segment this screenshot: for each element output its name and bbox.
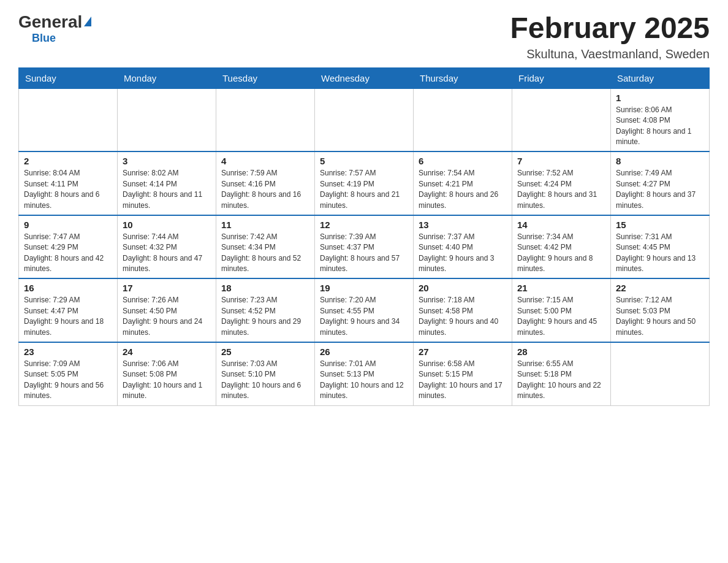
day-info: Sunrise: 7:18 AMSunset: 4:58 PMDaylight:… [419, 295, 507, 338]
day-info: Sunrise: 7:54 AMSunset: 4:21 PMDaylight:… [419, 168, 507, 211]
week-row-4: 16Sunrise: 7:29 AMSunset: 4:47 PMDayligh… [19, 278, 710, 342]
calendar-cell: 8Sunrise: 7:49 AMSunset: 4:27 PMDaylight… [611, 151, 710, 215]
weekday-header-saturday: Saturday [611, 67, 710, 88]
day-info: Sunrise: 8:02 AMSunset: 4:14 PMDaylight:… [123, 168, 211, 211]
day-info: Sunrise: 7:52 AMSunset: 4:24 PMDaylight:… [517, 168, 605, 211]
day-number: 12 [320, 220, 408, 230]
weekday-header-sunday: Sunday [19, 67, 118, 88]
day-info: Sunrise: 7:01 AMSunset: 5:13 PMDaylight:… [320, 359, 408, 402]
day-info: Sunrise: 8:04 AMSunset: 4:11 PMDaylight:… [24, 168, 112, 211]
calendar-cell: 12Sunrise: 7:39 AMSunset: 4:37 PMDayligh… [315, 215, 414, 279]
day-number: 6 [419, 156, 507, 166]
calendar-cell: 18Sunrise: 7:23 AMSunset: 4:52 PMDayligh… [216, 278, 315, 342]
calendar-cell: 14Sunrise: 7:34 AMSunset: 4:42 PMDayligh… [512, 215, 611, 279]
day-info: Sunrise: 7:15 AMSunset: 5:00 PMDaylight:… [517, 295, 605, 338]
day-number: 19 [320, 283, 408, 293]
day-number: 22 [616, 283, 704, 293]
calendar-cell: 22Sunrise: 7:12 AMSunset: 5:03 PMDayligh… [611, 278, 710, 342]
calendar-cell [414, 88, 512, 151]
day-number: 4 [221, 156, 309, 166]
week-row-2: 2Sunrise: 8:04 AMSunset: 4:11 PMDaylight… [19, 151, 710, 215]
day-info: Sunrise: 6:55 AMSunset: 5:18 PMDaylight:… [517, 359, 605, 402]
calendar-cell: 6Sunrise: 7:54 AMSunset: 4:21 PMDaylight… [414, 151, 512, 215]
calendar-cell: 16Sunrise: 7:29 AMSunset: 4:47 PMDayligh… [19, 278, 118, 342]
weekday-header-friday: Friday [512, 67, 611, 88]
day-info: Sunrise: 7:29 AMSunset: 4:47 PMDaylight:… [24, 295, 112, 338]
day-number: 5 [320, 156, 408, 166]
calendar-cell [19, 88, 118, 151]
day-number: 25 [221, 347, 309, 357]
day-info: Sunrise: 7:34 AMSunset: 4:42 PMDaylight:… [517, 232, 605, 275]
day-info: Sunrise: 7:09 AMSunset: 5:05 PMDaylight:… [24, 359, 112, 402]
day-number: 24 [123, 347, 211, 357]
weekday-header-wednesday: Wednesday [315, 67, 414, 88]
day-number: 11 [221, 220, 309, 230]
day-info: Sunrise: 7:59 AMSunset: 4:16 PMDaylight:… [221, 168, 309, 211]
day-info: Sunrise: 7:57 AMSunset: 4:19 PMDaylight:… [320, 168, 408, 211]
calendar-cell: 20Sunrise: 7:18 AMSunset: 4:58 PMDayligh… [414, 278, 512, 342]
calendar-cell: 2Sunrise: 8:04 AMSunset: 4:11 PMDaylight… [19, 151, 118, 215]
calendar-cell: 9Sunrise: 7:47 AMSunset: 4:29 PMDaylight… [19, 215, 118, 279]
calendar-cell: 4Sunrise: 7:59 AMSunset: 4:16 PMDaylight… [216, 151, 315, 215]
calendar-cell: 13Sunrise: 7:37 AMSunset: 4:40 PMDayligh… [414, 215, 512, 279]
day-number: 10 [123, 220, 211, 230]
calendar-cell [216, 88, 315, 151]
calendar-cell [315, 88, 414, 151]
calendar-cell: 15Sunrise: 7:31 AMSunset: 4:45 PMDayligh… [611, 215, 710, 279]
day-info: Sunrise: 7:20 AMSunset: 4:55 PMDaylight:… [320, 295, 408, 338]
calendar-cell: 28Sunrise: 6:55 AMSunset: 5:18 PMDayligh… [512, 342, 611, 405]
logo-general-text: General [18, 12, 82, 32]
day-info: Sunrise: 7:49 AMSunset: 4:27 PMDaylight:… [616, 168, 704, 211]
day-number: 21 [517, 283, 605, 293]
calendar-cell: 26Sunrise: 7:01 AMSunset: 5:13 PMDayligh… [315, 342, 414, 405]
day-number: 14 [517, 220, 605, 230]
day-info: Sunrise: 7:44 AMSunset: 4:32 PMDaylight:… [123, 232, 211, 275]
week-row-3: 9Sunrise: 7:47 AMSunset: 4:29 PMDaylight… [19, 215, 710, 279]
calendar-cell: 7Sunrise: 7:52 AMSunset: 4:24 PMDaylight… [512, 151, 611, 215]
calendar-cell [611, 342, 710, 405]
day-info: Sunrise: 7:42 AMSunset: 4:34 PMDaylight:… [221, 232, 309, 275]
weekday-header-row: SundayMondayTuesdayWednesdayThursdayFrid… [19, 67, 710, 88]
day-info: Sunrise: 7:23 AMSunset: 4:52 PMDaylight:… [221, 295, 309, 338]
weekday-header-tuesday: Tuesday [216, 67, 315, 88]
day-info: Sunrise: 6:58 AMSunset: 5:15 PMDaylight:… [419, 359, 507, 402]
calendar-cell: 17Sunrise: 7:26 AMSunset: 4:50 PMDayligh… [118, 278, 216, 342]
day-info: Sunrise: 7:31 AMSunset: 4:45 PMDaylight:… [616, 232, 704, 275]
header: General Blue February 2025 Skultuna, Vae… [18, 12, 710, 61]
day-number: 17 [123, 283, 211, 293]
day-info: Sunrise: 7:06 AMSunset: 5:08 PMDaylight:… [123, 359, 211, 402]
day-number: 15 [616, 220, 704, 230]
calendar-cell [512, 88, 611, 151]
day-info: Sunrise: 7:03 AMSunset: 5:10 PMDaylight:… [221, 359, 309, 402]
day-info: Sunrise: 7:47 AMSunset: 4:29 PMDaylight:… [24, 232, 112, 275]
logo: General Blue [18, 12, 91, 45]
day-number: 3 [123, 156, 211, 166]
weekday-header-thursday: Thursday [414, 67, 512, 88]
day-info: Sunrise: 7:26 AMSunset: 4:50 PMDaylight:… [123, 295, 211, 338]
calendar-cell: 1Sunrise: 8:06 AMSunset: 4:08 PMDaylight… [611, 88, 710, 151]
calendar-cell: 10Sunrise: 7:44 AMSunset: 4:32 PMDayligh… [118, 215, 216, 279]
calendar-cell: 24Sunrise: 7:06 AMSunset: 5:08 PMDayligh… [118, 342, 216, 405]
location-subtitle: Skultuna, Vaestmanland, Sweden [510, 47, 710, 61]
day-info: Sunrise: 7:37 AMSunset: 4:40 PMDaylight:… [419, 232, 507, 275]
day-info: Sunrise: 7:12 AMSunset: 5:03 PMDaylight:… [616, 295, 704, 338]
calendar-cell: 5Sunrise: 7:57 AMSunset: 4:19 PMDaylight… [315, 151, 414, 215]
month-title: February 2025 [510, 12, 710, 45]
day-number: 23 [24, 347, 112, 357]
calendar-cell: 19Sunrise: 7:20 AMSunset: 4:55 PMDayligh… [315, 278, 414, 342]
calendar-cell: 11Sunrise: 7:42 AMSunset: 4:34 PMDayligh… [216, 215, 315, 279]
logo-triangle [84, 17, 91, 26]
calendar-cell [118, 88, 216, 151]
day-number: 20 [419, 283, 507, 293]
day-number: 16 [24, 283, 112, 293]
calendar-cell: 27Sunrise: 6:58 AMSunset: 5:15 PMDayligh… [414, 342, 512, 405]
day-number: 2 [24, 156, 112, 166]
day-number: 27 [419, 347, 507, 357]
calendar-cell: 21Sunrise: 7:15 AMSunset: 5:00 PMDayligh… [512, 278, 611, 342]
day-number: 13 [419, 220, 507, 230]
calendar-cell: 3Sunrise: 8:02 AMSunset: 4:14 PMDaylight… [118, 151, 216, 215]
day-number: 26 [320, 347, 408, 357]
day-number: 7 [517, 156, 605, 166]
day-number: 8 [616, 156, 704, 166]
calendar-table: SundayMondayTuesdayWednesdayThursdayFrid… [18, 67, 710, 406]
